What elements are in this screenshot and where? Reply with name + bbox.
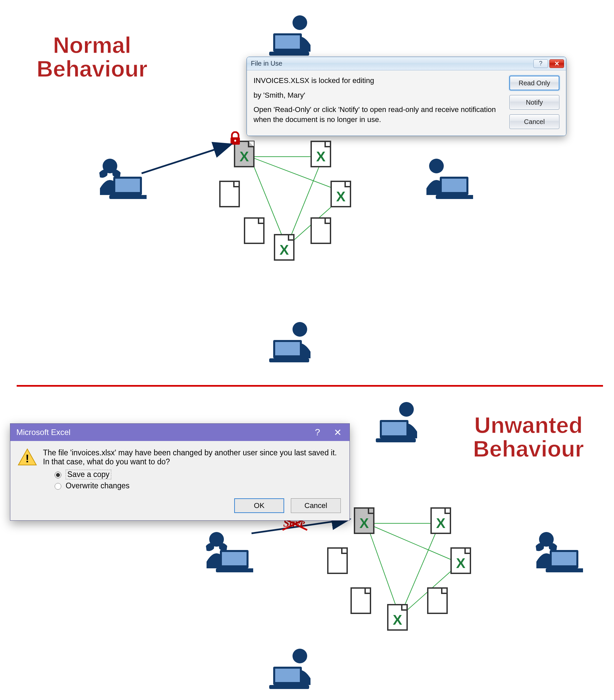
svg-rect-51	[275, 669, 300, 682]
user-right-2	[526, 530, 583, 577]
excel-file-2b: X	[450, 547, 472, 575]
svg-rect-11	[436, 195, 473, 199]
svg-rect-52	[269, 685, 309, 689]
radio-overwrite-input[interactable]	[55, 483, 61, 490]
help-button-2[interactable]: ?	[307, 424, 328, 441]
svg-rect-65	[351, 588, 370, 613]
svg-text:X: X	[336, 189, 345, 204]
laptop-icon	[546, 550, 583, 572]
title-normal: Normal Behaviour	[37, 33, 148, 81]
svg-rect-62	[328, 548, 347, 573]
svg-rect-44	[216, 568, 253, 572]
blank-file-1b	[243, 217, 265, 245]
svg-point-49	[293, 649, 307, 663]
svg-rect-3	[269, 52, 309, 56]
user-left-1	[90, 157, 146, 203]
svg-rect-32	[311, 218, 331, 243]
dialog-msg-line2: by 'Smith, Mary'	[254, 90, 504, 100]
dialog-msg-line1: INVOICES.XLSX is locked for editing	[254, 76, 504, 86]
svg-text:X: X	[456, 555, 465, 571]
excel-file-1c: X	[273, 233, 295, 261]
user-top-center	[263, 13, 320, 60]
excel-file-2a: X	[430, 507, 452, 535]
excel-file-1: X	[310, 140, 332, 168]
notify-button[interactable]: Notify	[509, 95, 559, 110]
svg-rect-15	[269, 358, 309, 362]
svg-text:!: !	[25, 452, 29, 465]
svg-rect-43	[222, 552, 246, 565]
svg-point-8	[429, 159, 444, 173]
svg-line-36	[142, 145, 230, 173]
laptop-icon	[436, 177, 473, 199]
svg-text:X: X	[359, 515, 369, 531]
close-button[interactable]: ✕	[549, 59, 564, 68]
user-bottom-center-1	[263, 320, 320, 367]
svg-rect-2	[275, 35, 300, 49]
svg-rect-39	[382, 422, 407, 435]
blank-file-1c	[310, 217, 332, 245]
dialog-msg-line3: Open 'Read-Only' or click 'Notify' to op…	[254, 105, 504, 124]
svg-text:X: X	[316, 149, 325, 164]
svg-point-0	[293, 15, 307, 30]
svg-text:X: X	[436, 515, 445, 531]
svg-rect-14	[275, 342, 300, 355]
excel-file-target: X	[353, 507, 375, 535]
svg-rect-66	[428, 588, 447, 613]
help-button[interactable]: ?	[533, 59, 548, 68]
title-normal-line2: Behaviour	[37, 56, 148, 81]
svg-text:X: X	[240, 149, 249, 164]
excel-file-2c: X	[386, 603, 408, 631]
radio-overwrite-label: Overwrite changes	[66, 481, 130, 490]
svg-point-12	[293, 322, 307, 337]
user-bottom-2	[263, 647, 320, 693]
blank-file-1a	[219, 180, 241, 208]
svg-rect-47	[552, 552, 576, 565]
svg-rect-48	[546, 568, 583, 572]
ok-button[interactable]: OK	[234, 498, 284, 513]
cancel-button-2[interactable]: Cancel	[291, 498, 341, 513]
svg-rect-10	[442, 179, 466, 192]
user-top-2	[370, 400, 426, 447]
radio-save-copy-label: Save a copy	[66, 470, 111, 479]
blank-file-2c	[426, 587, 448, 615]
svg-rect-40	[376, 438, 416, 442]
user-left-2	[196, 530, 253, 577]
svg-rect-6	[115, 179, 140, 192]
dialog2-message: The file 'invoices.xlsx' may have been c…	[43, 448, 341, 466]
dialog-excel-conflict: Microsoft Excel ? ✕ ! The file 'invoices…	[10, 423, 350, 521]
title-unwanted: Unwanted Behaviour	[473, 413, 584, 461]
dialog-title: File in Use	[251, 60, 282, 67]
dialog-file-in-use: File in Use ? ✕ INVOICES.XLSX is locked …	[246, 57, 566, 136]
radio-save-copy-input[interactable]	[55, 472, 61, 478]
laptop-icon	[109, 177, 146, 199]
user-right-1	[417, 157, 473, 203]
dialog2-title: Microsoft Excel	[16, 428, 71, 437]
blank-file-2b	[350, 587, 372, 615]
section-divider	[17, 385, 603, 387]
radio-save-copy[interactable]: Save a copy	[53, 470, 341, 479]
excel-file-1b: X	[330, 180, 352, 208]
title-normal-line1: Normal	[53, 32, 131, 58]
warning-icon: !	[18, 448, 37, 492]
radio-overwrite[interactable]: Overwrite changes	[53, 481, 341, 490]
svg-rect-31	[244, 218, 264, 243]
title-unwanted-line2: Behaviour	[473, 436, 584, 461]
arrow-to-locked	[140, 140, 236, 177]
close-button-2[interactable]: ✕	[328, 424, 347, 441]
svg-text:X: X	[280, 242, 289, 258]
svg-rect-28	[220, 181, 239, 207]
svg-point-37	[399, 402, 414, 417]
svg-text:X: X	[393, 612, 402, 628]
title-unwanted-line1: Unwanted	[474, 412, 583, 438]
laptop-icon	[216, 550, 253, 572]
blank-file-2a	[327, 547, 348, 575]
svg-rect-7	[109, 195, 146, 199]
cancel-button-1[interactable]: Cancel	[509, 114, 559, 129]
read-only-button[interactable]: Read Only	[509, 76, 559, 90]
